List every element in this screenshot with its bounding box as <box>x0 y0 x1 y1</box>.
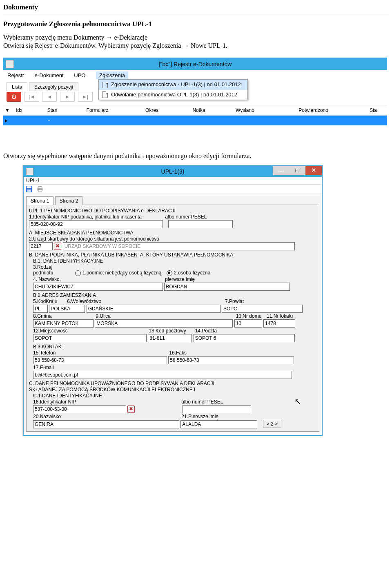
label-15: 15.Telefon <box>33 350 168 356</box>
print-icon[interactable] <box>36 185 44 193</box>
col-notka[interactable]: Notka <box>191 107 234 113</box>
col-stan[interactable]: Stan <box>46 107 85 113</box>
col-potwierdzono[interactable]: Potwierdzono <box>297 107 368 113</box>
nav-prev-button[interactable]: ◄ <box>42 92 57 102</box>
dropdown-item-upl1[interactable]: Zgłoszenie pełnomocnictwa - UPL-1(3) | o… <box>99 80 247 90</box>
input-urzad-code[interactable]: 2217 <box>29 242 53 250</box>
svg-rect-4 <box>38 186 42 188</box>
form-window-title: UPL-1(3) <box>161 168 185 175</box>
section-a-title: A. MIEJSCE SKŁADANIA PEŁNOMOCNICTWA <box>29 230 316 236</box>
form-titlebar: UPL-1(3) — □ ✕ <box>24 166 322 177</box>
col-okres[interactable]: Okres <box>144 107 191 113</box>
save-icon[interactable] <box>25 185 33 193</box>
input-telefon[interactable]: 58 550-68-73 <box>33 356 167 364</box>
label-5: 5.KodKraju <box>33 299 66 304</box>
input-pelnomocnik-nip[interactable]: 587-100-53-00 <box>33 405 126 413</box>
tab-szczegoly[interactable]: Szczegóły pozycji <box>29 82 78 91</box>
input-wojewodztwo[interactable]: GDAŃSKIE <box>87 305 220 313</box>
app-icon <box>26 168 33 175</box>
radio-osoba-fiz[interactable] <box>167 270 172 276</box>
label-4-nazwisko: 4. Nazwisko, <box>33 276 164 282</box>
input-kodpocztowy[interactable]: 81-811 <box>148 334 192 342</box>
input-gmina[interactable]: KAMIENNY POTOK <box>33 319 94 328</box>
col-sta[interactable]: Sta <box>368 107 387 113</box>
input-nrlokalu[interactable]: 1478 <box>263 319 295 328</box>
svg-rect-1 <box>27 186 31 188</box>
label-radio-1: 1.podmiot niebędący osobą fizyczną <box>82 270 161 276</box>
menu-rejestr[interactable]: Rejestr <box>7 72 24 78</box>
radio-podmiot-niefiz[interactable] <box>75 270 81 276</box>
grid-row[interactable]: - <box>3 116 387 125</box>
label-21: 21.Pierwsze imię <box>181 414 218 419</box>
col-formularz[interactable]: Formularz <box>85 107 144 113</box>
input-imie[interactable]: BOGDAN <box>164 283 290 291</box>
input-miejscowosc[interactable]: SOPOT <box>33 334 147 342</box>
input-pelnomocnik-pesel[interactable] <box>183 405 251 413</box>
tab-lista[interactable]: Lista <box>7 82 27 91</box>
label-8: 8.Gmina <box>33 313 94 319</box>
svg-rect-5 <box>38 189 42 192</box>
input-pesel-podatnika[interactable] <box>168 220 233 228</box>
section-b3-title: B.3.KONTAKT <box>33 344 316 350</box>
input-kraj[interactable]: POLSKA <box>49 305 85 313</box>
section-b-title: B. DANE PODATNIKA, PŁATNIKA LUB INKASENT… <box>29 252 316 258</box>
input-powiat[interactable]: SOPOT <box>222 305 303 313</box>
cursor-icon: ↖ <box>294 397 301 406</box>
menu-zgloszenia[interactable]: Zgłoszenia <box>96 71 128 79</box>
label-18: 18.Identyfikator NIP <box>33 399 180 405</box>
tab-strona-1[interactable]: Strona 1 <box>26 196 53 205</box>
document-icon <box>102 91 108 98</box>
screenshot-rejestr: ["bc"] Rejestr e-Dokumentów Rejestr e-Do… <box>3 58 387 133</box>
input-pelnomocnik-nazwisko[interactable]: GENIRA <box>33 420 179 428</box>
clear-urzad-button[interactable]: ✖ <box>54 243 61 250</box>
nav-next-page-button[interactable]: > 2 > <box>263 420 281 428</box>
form-header: UPL-1 PEŁNOMOCNICTWO DO PODPISYWANIA e-D… <box>29 208 316 214</box>
input-ulica[interactable]: MORSKA <box>95 319 233 328</box>
divider <box>3 14 389 14</box>
menu-edokument[interactable]: e-Dokument <box>35 72 64 78</box>
app-icon <box>6 60 14 68</box>
intro-line-2: Otwiera się Rejestr e-Dokumentów. Wybier… <box>3 42 389 49</box>
label-1-nip: 1.Identyfikator NIP podatnika, płatnika … <box>29 214 164 220</box>
col-idx[interactable]: idx <box>15 107 46 113</box>
label-20: 20.Nazwisko <box>33 414 180 419</box>
page-subtitle: Przygotowanie Zgłoszenia pełnomocnictwa … <box>3 20 389 28</box>
document-icon <box>102 82 108 88</box>
input-faks[interactable]: 58 550-68-73 <box>168 356 294 364</box>
label-10: 10.Nr domu <box>236 313 265 319</box>
tab-strona-2[interactable]: Strona 2 <box>55 196 82 205</box>
nav-next-button[interactable]: ► <box>60 92 75 102</box>
input-nazwisko[interactable]: CHUDZIKIEWICZ <box>33 283 163 291</box>
input-poczta[interactable]: SOPOT 6 <box>194 334 295 342</box>
minimize-button[interactable]: — <box>273 166 289 175</box>
label-11: 11.Nr lokalu <box>267 313 293 319</box>
row-cursor-icon <box>5 119 7 123</box>
zgloszenia-dropdown: Zgłoszenie pełnomocnictwa - UPL-1(3) | o… <box>98 79 248 100</box>
label-1-pesel: albo numer PESEL <box>165 214 226 220</box>
input-kodkraju[interactable]: PL <box>33 305 48 313</box>
input-pelnomocnik-imie[interactable]: ALALDA <box>180 420 257 428</box>
input-nrdomu[interactable]: 10 <box>234 319 262 328</box>
label-16: 16.Faks <box>169 350 187 356</box>
close-button[interactable]: ✕ <box>305 166 322 175</box>
nav-first-button[interactable]: |◄ <box>24 92 39 102</box>
col-wyslano[interactable]: Wysłano <box>234 107 297 113</box>
input-email[interactable]: bc@bcsopot.com.pl <box>33 371 292 379</box>
window-titlebar: ["bc"] Rejestr e-Dokumentów <box>3 58 387 70</box>
svg-rect-2 <box>27 189 31 192</box>
label-18-pesel: albo numer PESEL <box>181 399 223 405</box>
form-menu-item[interactable]: UPL-1 <box>24 177 322 185</box>
grid-header: ▼ idx Stan Formularz Okres Notka Wysłano… <box>3 105 387 116</box>
power-button[interactable]: ⏻ <box>7 92 21 102</box>
section-b1-title: B.1. DANE IDENTYFIKACYJNE <box>33 258 316 264</box>
label-radio-2: 2.osoba fizyczna <box>174 270 210 276</box>
input-nip-podatnika[interactable]: 585-020-08-92 <box>29 220 163 228</box>
clear-nip-button[interactable]: ✖ <box>127 406 135 413</box>
nav-last-button[interactable]: ►| <box>78 92 93 102</box>
label-9: 9.Ulica <box>96 313 234 319</box>
maximize-button[interactable]: □ <box>289 166 305 175</box>
dropdown-item-opl1[interactable]: Odwołanie pełnomocnictwa OPL-1(3) | od 0… <box>99 90 247 100</box>
section-b2-title: B.2.ADRES ZAMIESZKANIA <box>33 292 316 298</box>
menu-upo[interactable]: UPO <box>74 72 85 78</box>
intro-line-3: Otworzy się wypełnione wstępnie danymi p… <box>3 152 389 160</box>
